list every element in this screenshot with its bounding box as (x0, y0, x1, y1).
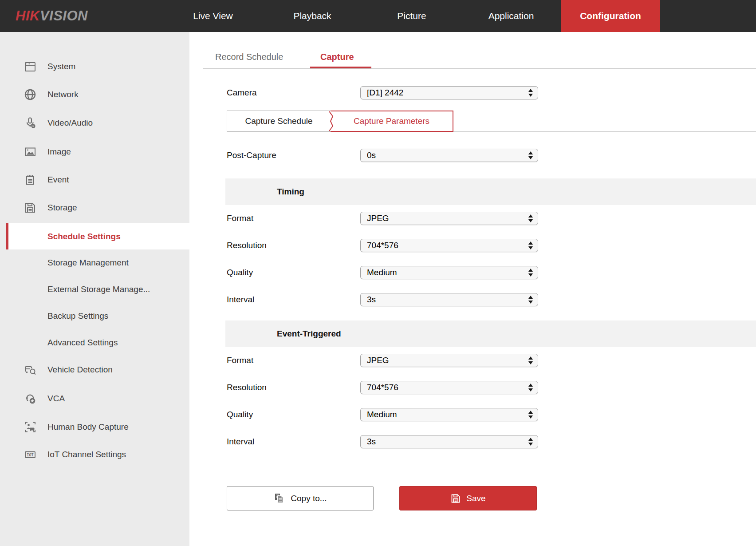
sidebar-item-label: Storage Management (47, 253, 129, 273)
nav-live-view[interactable]: Live View (163, 0, 263, 32)
sidebar-item-vca[interactable]: VCA (0, 389, 189, 408)
top-nav: Live View Playback Picture Application C… (163, 0, 660, 32)
event-interval-value: 3s (367, 435, 376, 448)
updown-arrows-icon (528, 214, 533, 223)
nav-playback[interactable]: Playback (263, 0, 362, 32)
sidebar-item-event[interactable]: Event (0, 170, 189, 190)
timing-format-label: Format (227, 212, 253, 225)
timing-quality-value: Medium (367, 266, 397, 279)
vca-icon (24, 392, 37, 405)
subtab-capture-parameters[interactable]: Capture Parameters (331, 111, 453, 132)
tabs-divider-line (203, 68, 756, 69)
event-format-select[interactable]: JPEG (360, 354, 538, 367)
sidebar-item-system[interactable]: System (0, 57, 189, 76)
timing-resolution-value: 704*576 (367, 239, 398, 252)
event-resolution-select[interactable]: 704*576 (360, 381, 538, 394)
camera-select[interactable]: [D1] 2442 (360, 86, 538, 99)
timing-resolution-select[interactable]: 704*576 (360, 239, 538, 252)
save-button-label: Save (466, 494, 485, 503)
storage-icon (24, 201, 37, 214)
sidebar-item-storage-management[interactable]: Storage Management (0, 253, 189, 273)
subtab-capture-schedule[interactable]: Capture Schedule (227, 111, 331, 132)
updown-arrows-icon (528, 410, 533, 419)
event-quality-select[interactable]: Medium (360, 408, 538, 421)
video-audio-icon (24, 116, 37, 130)
timing-quality-label: Quality (227, 266, 253, 279)
nav-application[interactable]: Application (461, 0, 561, 32)
hikvision-config-page: HIKVISION Live View Playback Picture App… (0, 0, 756, 546)
sidebar-item-storage[interactable]: Storage (0, 198, 189, 218)
sidebar-item-vehicle-detection[interactable]: Vehicle Detection (0, 360, 189, 380)
main-content: Record Schedule Capture Camera [D1] 2442… (189, 32, 756, 546)
updown-arrows-icon (528, 295, 533, 305)
svg-text:IOT: IOT (27, 453, 33, 457)
sidebar-item-label: Storage (47, 198, 77, 218)
vehicle-detection-icon (24, 363, 37, 376)
sidebar: System Network Video/Audio (0, 32, 189, 546)
event-interval-label: Interval (227, 435, 254, 448)
network-icon (24, 88, 37, 101)
sidebar-item-label: Vehicle Detection (47, 360, 113, 380)
timing-quality-select[interactable]: Medium (360, 266, 538, 279)
chevron-divider-icon (328, 111, 336, 131)
updown-arrows-icon (528, 268, 533, 277)
timing-format-select[interactable]: JPEG (360, 212, 538, 225)
sidebar-item-label: Video/Audio (47, 113, 93, 133)
sidebar-item-schedule-settings[interactable]: Schedule Settings (6, 223, 189, 249)
sidebar-item-video-audio[interactable]: Video/Audio (0, 113, 189, 133)
capture-subtabs: Capture Schedule Capture Parameters (227, 111, 453, 132)
top-bar: HIKVISION Live View Playback Picture App… (0, 0, 756, 32)
updown-arrows-icon (528, 88, 533, 98)
save-icon (450, 493, 461, 504)
system-icon (24, 60, 37, 73)
sidebar-item-label: Image (47, 142, 71, 162)
sidebar-item-advanced-settings[interactable]: Advanced Settings (0, 333, 189, 352)
post-capture-select[interactable]: 0s (360, 149, 538, 162)
tab-capture[interactable]: Capture (320, 49, 354, 65)
copy-icon (273, 492, 285, 504)
sidebar-item-external-storage-management[interactable]: External Storage Manage... (0, 280, 189, 299)
updown-arrows-icon (528, 437, 533, 447)
copy-to-button[interactable]: Copy to... (227, 486, 374, 510)
post-capture-select-value: 0s (367, 149, 376, 162)
copy-to-button-label: Copy to... (291, 494, 327, 503)
human-body-capture-icon (24, 420, 37, 434)
sidebar-item-backup-settings[interactable]: Backup Settings (0, 306, 189, 326)
sidebar-item-label: Schedule Settings (47, 223, 121, 249)
updown-arrows-icon (528, 150, 533, 160)
sidebar-item-human-body-capture[interactable]: Human Body Capture (0, 417, 189, 437)
sidebar-item-label: Event (47, 170, 69, 190)
sidebar-item-network[interactable]: Network (0, 85, 189, 104)
tab-record-schedule[interactable]: Record Schedule (215, 49, 283, 65)
sidebar-item-iot-channel-settings[interactable]: IOT IoT Channel Settings (0, 445, 189, 464)
sidebar-item-label: IoT Channel Settings (47, 445, 126, 464)
image-icon (24, 145, 37, 158)
event-interval-select[interactable]: 3s (360, 435, 538, 448)
event-triggered-section-title: Event-Triggered (277, 320, 341, 347)
nav-configuration[interactable]: Configuration (561, 0, 660, 32)
event-resolution-label: Resolution (227, 381, 267, 394)
event-quality-value: Medium (367, 408, 397, 421)
save-button[interactable]: Save (399, 486, 537, 510)
event-format-label: Format (227, 354, 253, 367)
timing-section-title: Timing (277, 178, 304, 205)
event-quality-label: Quality (227, 408, 253, 421)
timing-resolution-label: Resolution (227, 239, 267, 252)
sidebar-item-label: Human Body Capture (47, 417, 129, 437)
event-icon (24, 173, 37, 186)
nav-picture[interactable]: Picture (362, 0, 461, 32)
logo-hik-text: HIK (16, 8, 40, 24)
logo-vision-text: VISION (40, 8, 88, 24)
event-format-value: JPEG (367, 354, 389, 367)
sidebar-item-label: Backup Settings (47, 306, 108, 326)
camera-label: Camera (227, 86, 257, 99)
post-capture-label: Post-Capture (227, 149, 276, 162)
camera-select-value: [D1] 2442 (367, 87, 403, 99)
timing-format-value: JPEG (367, 212, 389, 225)
sidebar-item-image[interactable]: Image (0, 142, 189, 162)
timing-interval-select[interactable]: 3s (360, 293, 538, 306)
subtabs-divider-line (453, 131, 756, 132)
sidebar-item-label: VCA (47, 389, 65, 408)
updown-arrows-icon (528, 383, 533, 392)
hikvision-logo: HIKVISION (16, 0, 88, 32)
